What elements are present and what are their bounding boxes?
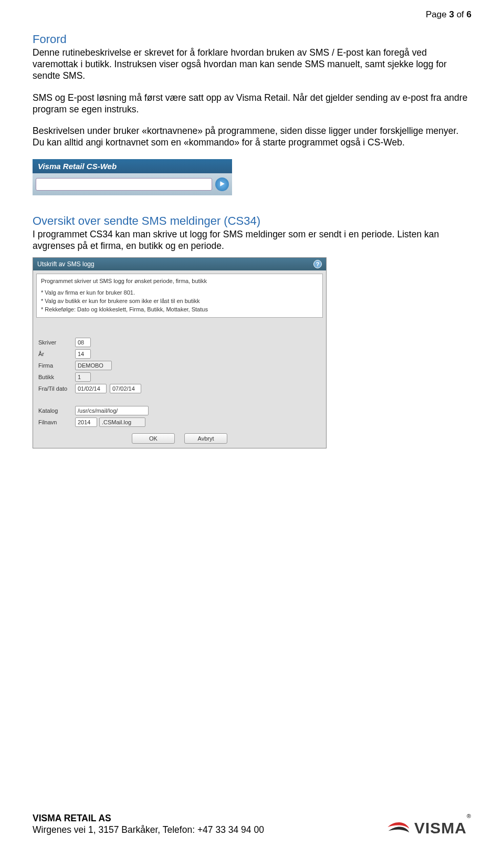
footer-company: VISMA RETAIL AS — [33, 813, 264, 824]
label-skriver: Skriver — [38, 339, 75, 346]
input-butikk[interactable]: 1 — [75, 372, 91, 382]
input-til-dato[interactable]: 07/02/14 — [110, 384, 141, 393]
page-number: Page 3 of 6 — [426, 9, 471, 20]
csweb-panel: Visma Retail CS-Web — [33, 159, 232, 195]
smslogg-dialog: Utskrift av SMS logg ? Programmet skrive… — [33, 257, 327, 448]
heading-oversikt: Oversikt over sendte SMS meldinger (CS34… — [33, 214, 471, 228]
page-mid: of — [454, 9, 467, 19]
ok-button[interactable]: OK — [132, 433, 175, 444]
input-aar[interactable]: 14 — [75, 349, 91, 359]
label-fratil: Fra/Til dato — [38, 385, 75, 392]
visma-logo: VISMA® — [387, 819, 471, 837]
csweb-command-input[interactable] — [36, 178, 212, 191]
oversikt-p: I programmet CS34 kan man skrive ut logg… — [33, 229, 471, 252]
page-current: 3 — [449, 9, 454, 19]
info-line-3: * Rekkefølge: Dato og klokkeslett, Firma… — [41, 306, 318, 314]
input-firma[interactable]: DEMOBO — [75, 361, 112, 370]
dialog-infobox: Programmet skriver ut SMS logg for ønske… — [36, 274, 323, 318]
input-filnavn-ext: .CSMail.log — [99, 417, 145, 427]
label-filnavn: Filnavn — [38, 419, 75, 425]
info-lead: Programmet skriver ut SMS logg for ønske… — [41, 277, 318, 286]
registered-icon: ® — [467, 813, 471, 819]
label-butikk: Butikk — [38, 374, 75, 380]
input-skriver[interactable]: 08 — [75, 338, 91, 347]
play-icon — [219, 180, 225, 189]
dialog-title: Utskrift av SMS logg — [37, 260, 94, 268]
forord-p1: Denne rutinebeskrivelse er skrevet for å… — [33, 47, 471, 82]
input-fra-dato[interactable]: 01/02/14 — [75, 384, 107, 393]
forord-p3: Beskrivelsen under bruker «kortnavnene» … — [33, 126, 471, 149]
label-aar: År — [38, 351, 75, 357]
dialog-titlebar: Utskrift av SMS logg ? — [33, 258, 326, 270]
label-katalog: Katalog — [38, 407, 75, 414]
info-line-2: * Valg av butikk er kun for brukere som … — [41, 297, 318, 306]
csweb-title: Visma Retail CS-Web — [33, 159, 232, 173]
logo-word: VISMA® — [414, 819, 471, 837]
help-icon[interactable]: ? — [313, 260, 322, 268]
csweb-body — [33, 173, 232, 195]
avbryt-button[interactable]: Avbryt — [184, 433, 227, 444]
label-firma: Firma — [38, 362, 75, 369]
forord-p2: SMS og E-post løsning må først være satt… — [33, 92, 471, 116]
footer-text: VISMA RETAIL AS Wirgenes vei 1, 3157 Bar… — [33, 813, 264, 836]
input-filnavn-year[interactable]: 2014 — [75, 417, 97, 427]
input-katalog[interactable]: /usr/cs/mail/log/ — [75, 406, 149, 415]
form-body: Skriver 08 År 14 Firma DEMOBO Butikk 1 F… — [33, 321, 326, 444]
page-prefix: Page — [426, 9, 449, 19]
logo-text: VISMA — [414, 819, 467, 837]
svg-marker-0 — [220, 181, 224, 186]
swoosh-icon — [387, 819, 410, 837]
heading-forord: Forord — [33, 33, 471, 46]
page-total: 6 — [467, 9, 471, 19]
play-button[interactable] — [215, 177, 229, 191]
info-line-1: * Valg av firma er kun for bruker 801. — [41, 289, 318, 297]
footer-addr: Wirgenes vei 1, 3157 Barkåker, Telefon: … — [33, 824, 264, 836]
